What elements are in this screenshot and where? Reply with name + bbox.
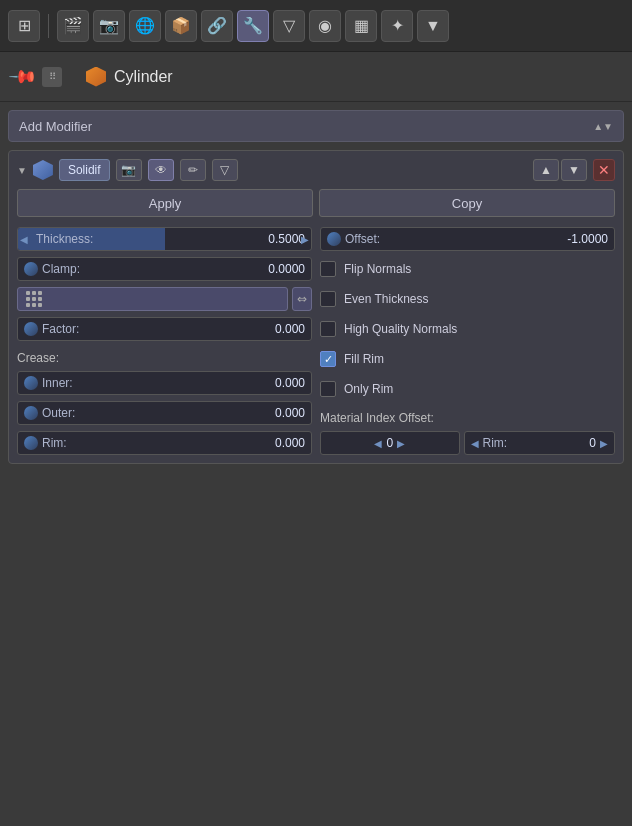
only-rim-label: Only Rim bbox=[344, 382, 393, 396]
material-index-field[interactable]: ◀ 0 ▶ bbox=[320, 431, 460, 455]
add-modifier-button[interactable]: Add Modifier ▲▼ bbox=[8, 110, 624, 142]
modifier-cube-icon bbox=[33, 160, 53, 180]
cage-icon-button[interactable]: ▽ bbox=[212, 159, 238, 181]
toolbar-icon-layout[interactable]: ⊞ bbox=[8, 10, 40, 42]
only-rim-checkbox[interactable] bbox=[320, 381, 336, 397]
even-thickness-label: Even Thickness bbox=[344, 292, 429, 306]
right-column: Offset: -1.0000 Flip Normals Even Thickn… bbox=[320, 227, 615, 455]
toolbar-icon-scene[interactable]: 📷 bbox=[93, 10, 125, 42]
thickness-arrow-left: ◀ bbox=[20, 234, 28, 245]
material-offset-row: ◀ 0 ▶ ◀ Rim: 0 ▶ bbox=[320, 431, 615, 455]
vertex-swap-button[interactable]: ⇔ bbox=[292, 287, 312, 311]
vertex-group-row: ⇔ bbox=[17, 287, 312, 311]
factor-icon bbox=[24, 322, 38, 336]
clamp-field[interactable]: Clamp: 0.0000 bbox=[17, 257, 312, 281]
fill-rim-label: Fill Rim bbox=[344, 352, 384, 366]
high-quality-normals-checkbox[interactable] bbox=[320, 321, 336, 337]
flip-normals-checkbox[interactable] bbox=[320, 261, 336, 277]
outer-field[interactable]: Outer: 0.000 bbox=[17, 401, 312, 425]
viewport-icon-button[interactable]: 👁 bbox=[148, 159, 174, 181]
toolbar-icon-constraint[interactable]: 🔗 bbox=[201, 10, 233, 42]
material-rim-field[interactable]: ◀ Rim: 0 ▶ bbox=[464, 431, 616, 455]
inner-icon bbox=[24, 376, 38, 390]
thickness-field[interactable]: ◀ Thickness: 0.5000 ▶ bbox=[17, 227, 312, 251]
offset-value: -1.0000 bbox=[567, 232, 608, 246]
mat-rim-right-arrow: ▶ bbox=[600, 438, 608, 449]
move-buttons: ▲ ▼ bbox=[533, 159, 587, 181]
fill-rim-row: Fill Rim bbox=[320, 347, 615, 371]
clamp-label: Clamp: bbox=[42, 262, 268, 276]
close-modifier-button[interactable]: ✕ bbox=[593, 159, 615, 181]
vertex-grid-icon bbox=[24, 289, 44, 309]
outer-icon bbox=[24, 406, 38, 420]
high-quality-normals-row: High Quality Normals bbox=[320, 317, 615, 341]
left-column: ◀ Thickness: 0.5000 ▶ Clamp: 0.0000 bbox=[17, 227, 312, 455]
high-quality-normals-label: High Quality Normals bbox=[344, 322, 457, 336]
toolbar-icon-extras[interactable]: ✦ bbox=[381, 10, 413, 42]
render-icon-button[interactable]: 📷 bbox=[116, 159, 142, 181]
thickness-label: Thickness: bbox=[24, 232, 268, 246]
fill-rim-checkbox[interactable] bbox=[320, 351, 336, 367]
move-down-button[interactable]: ▼ bbox=[561, 159, 587, 181]
flip-normals-row: Flip Normals bbox=[320, 257, 615, 281]
even-thickness-checkbox[interactable] bbox=[320, 291, 336, 307]
toolbar-icon-object[interactable]: 📦 bbox=[165, 10, 197, 42]
toolbar-icon-particles[interactable]: ▽ bbox=[273, 10, 305, 42]
toolbar-separator bbox=[48, 14, 49, 38]
vertex-group-field[interactable] bbox=[17, 287, 288, 311]
flip-normals-label: Flip Normals bbox=[344, 262, 411, 276]
rim-field[interactable]: Rim: 0.000 bbox=[17, 431, 312, 455]
top-toolbar: ⊞ 🎬 📷 🌐 📦 🔗 🔧 ▽ ◉ ▦ ✦ ▼ bbox=[0, 0, 632, 52]
inner-field[interactable]: Inner: 0.000 bbox=[17, 371, 312, 395]
copy-button[interactable]: Copy bbox=[319, 189, 615, 217]
clamp-icon bbox=[24, 262, 38, 276]
factor-field[interactable]: Factor: 0.000 bbox=[17, 317, 312, 341]
apply-copy-row: Apply Copy bbox=[17, 189, 615, 217]
mat-right-arrow: ▶ bbox=[397, 438, 405, 449]
mat-rim-left-arrow: ◀ bbox=[471, 438, 479, 449]
rim-value: 0.000 bbox=[275, 436, 305, 450]
two-column-layout: ◀ Thickness: 0.5000 ▶ Clamp: 0.0000 bbox=[17, 227, 615, 455]
add-modifier-arrows: ▲▼ bbox=[593, 121, 613, 132]
rim-label: Rim: bbox=[42, 436, 275, 450]
rim-icon bbox=[24, 436, 38, 450]
only-rim-row: Only Rim bbox=[320, 377, 615, 401]
factor-label: Factor: bbox=[42, 322, 275, 336]
outer-label: Outer: bbox=[42, 406, 275, 420]
mat-left-arrow: ◀ bbox=[374, 438, 382, 449]
dots-icon[interactable]: ⠿ bbox=[42, 67, 62, 87]
toolbar-icon-world[interactable]: 🌐 bbox=[129, 10, 161, 42]
object-icon bbox=[86, 67, 106, 87]
factor-value: 0.000 bbox=[275, 322, 305, 336]
inner-value: 0.000 bbox=[275, 376, 305, 390]
mat-value: 0 bbox=[386, 436, 393, 450]
thickness-value: 0.5000 bbox=[268, 232, 305, 246]
toolbar-icon-texture[interactable]: ▦ bbox=[345, 10, 377, 42]
pin-icon[interactable]: 📌 bbox=[7, 61, 38, 92]
modifier-name-button[interactable]: Solidif bbox=[59, 159, 110, 181]
material-offset-label: Material Index Offset: bbox=[320, 411, 615, 425]
thickness-arrow-right: ▶ bbox=[301, 234, 309, 245]
toolbar-icon-view[interactable]: ▼ bbox=[417, 10, 449, 42]
mat-rim-value: 0 bbox=[589, 436, 596, 450]
offset-field[interactable]: Offset: -1.0000 bbox=[320, 227, 615, 251]
main-content: Add Modifier ▲▼ ▼ Solidif 📷 👁 ✏ ▽ ▲ ▼ ✕ … bbox=[0, 102, 632, 472]
collapse-arrow[interactable]: ▼ bbox=[17, 165, 27, 176]
inner-label: Inner: bbox=[42, 376, 275, 390]
object-name: Cylinder bbox=[114, 68, 173, 86]
mat-rim-label: Rim: bbox=[483, 436, 586, 450]
apply-button[interactable]: Apply bbox=[17, 189, 313, 217]
crease-label: Crease: bbox=[17, 351, 312, 365]
modifier-header: ▼ Solidif 📷 👁 ✏ ▽ ▲ ▼ ✕ bbox=[17, 159, 615, 181]
toolbar-icon-render[interactable]: 🎬 bbox=[57, 10, 89, 42]
move-up-button[interactable]: ▲ bbox=[533, 159, 559, 181]
toolbar-icon-physics[interactable]: ◉ bbox=[309, 10, 341, 42]
clamp-value: 0.0000 bbox=[268, 262, 305, 276]
offset-label: Offset: bbox=[345, 232, 563, 246]
header-row: 📌 ⠿ Cylinder bbox=[0, 52, 632, 102]
add-modifier-label: Add Modifier bbox=[19, 119, 92, 134]
edit-icon-button[interactable]: ✏ bbox=[180, 159, 206, 181]
even-thickness-row: Even Thickness bbox=[320, 287, 615, 311]
modifier-panel: ▼ Solidif 📷 👁 ✏ ▽ ▲ ▼ ✕ Apply Copy bbox=[8, 150, 624, 464]
toolbar-icon-modifier[interactable]: 🔧 bbox=[237, 10, 269, 42]
